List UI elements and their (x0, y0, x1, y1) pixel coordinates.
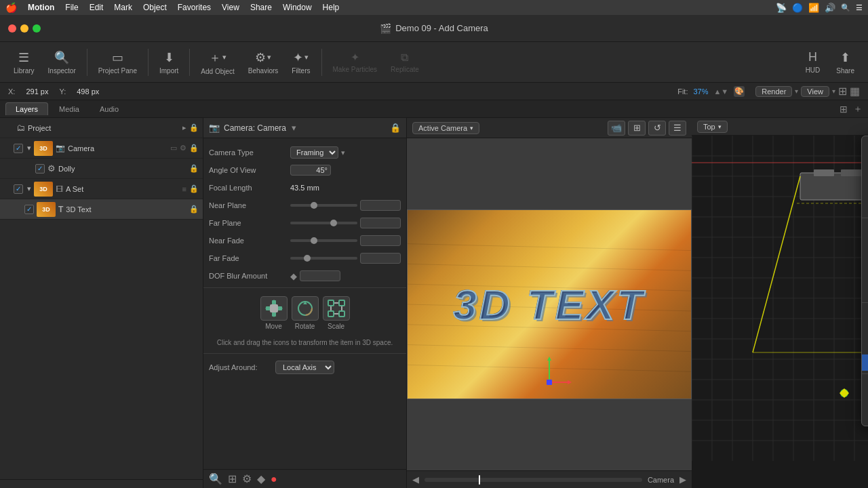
far-fade-slider[interactable] (290, 257, 357, 260)
dropdown-half[interactable]: Half (862, 182, 868, 199)
transform-rotate[interactable]: Rotate (292, 296, 319, 330)
toolbar-inspector[interactable]: 🔍 Inspector (43, 50, 81, 75)
dropdown-custom[interactable]: Custom... (862, 283, 868, 300)
inspector-lock-icon[interactable]: 🔒 (390, 123, 401, 133)
camera-type-select[interactable]: Framing (290, 146, 338, 159)
camera-settings-icon[interactable]: ▭ (170, 144, 177, 152)
top-view-btn[interactable]: Top ▾ (697, 121, 728, 133)
dof-input[interactable]: 10 (300, 270, 340, 281)
aset-filter-icon[interactable]: ≡ (182, 185, 186, 193)
tab-layers[interactable]: Layers (5, 102, 48, 115)
dropdown-field-rendering[interactable]: Field Rendering ⌥F (862, 393, 868, 409)
layer-project[interactable]: 🗂 Project ▸ 🔒 (0, 118, 203, 138)
menu-favorites[interactable]: Favorites (178, 3, 211, 12)
dropdown-motion-blur[interactable]: Motion Blur (862, 377, 868, 393)
dropdown-best[interactable]: Best (862, 267, 868, 283)
rotate-icon-box[interactable] (292, 296, 319, 321)
aset-lock-icon[interactable]: 🔒 (189, 184, 199, 193)
dolly-lock-icon[interactable]: 🔒 (189, 164, 199, 173)
toolbar-share[interactable]: ⬆ Share (831, 50, 860, 75)
3dtext-lock-icon[interactable]: 🔒 (189, 205, 199, 214)
adjust-select[interactable]: Local Axis World Axis (275, 361, 334, 374)
record-bottom-icon[interactable]: ● (271, 473, 277, 485)
far-plane-input[interactable]: 10000 (360, 218, 401, 228)
menu-file[interactable]: File (65, 3, 78, 12)
near-fade-input[interactable]: 10 (360, 235, 401, 246)
camera-collapse-icon[interactable]: ▾ (27, 144, 31, 152)
far-fade-input[interactable]: 100 (360, 253, 401, 264)
dropdown-dynamic[interactable]: ✓ Dynamic (862, 150, 868, 166)
menu-object[interactable]: Object (143, 3, 167, 12)
grid-view-btn[interactable]: ⊞ (628, 121, 646, 136)
menu-mark[interactable]: Mark (114, 3, 132, 12)
far-plane-slider[interactable] (290, 222, 357, 224)
maximize-button[interactable] (33, 24, 41, 33)
menu-motion[interactable]: Motion (28, 3, 54, 12)
dropdown-full[interactable]: Full ⇧Q (862, 166, 868, 182)
search-bottom-icon[interactable]: 🔍 (209, 472, 222, 485)
camera-checkbox[interactable]: ✓ (14, 144, 23, 153)
transform-scale[interactable]: Scale (323, 296, 350, 330)
aset-checkbox[interactable]: ✓ (14, 184, 23, 194)
tab-audio[interactable]: Audio (90, 103, 128, 115)
timeline-bar[interactable] (425, 478, 642, 482)
toolbar-project[interactable]: ▭ Project Pane (93, 50, 142, 75)
toolbar-add-object[interactable]: ＋ ▾ Add Object (195, 49, 239, 75)
camera-dropdown-btn[interactable]: Active Camera ▾ (412, 122, 479, 134)
camera-lock-icon[interactable]: 🔒 (189, 144, 199, 152)
far-fade-thumb[interactable] (304, 255, 311, 262)
toolbar-import[interactable]: ⬇ Import (154, 50, 184, 75)
dropdown-frame-blending[interactable]: ✓ Frame Blending ⌥⌘B (862, 409, 868, 426)
dropdown-draft[interactable]: Draft (862, 235, 868, 251)
snap-bottom-icon[interactable]: ◆ (257, 472, 265, 485)
color-swatch[interactable]: 🎨 (734, 86, 745, 97)
tab-media[interactable]: Media (50, 103, 89, 115)
near-fade-slider[interactable] (290, 239, 357, 242)
grid-icon[interactable]: ⊞ (838, 85, 847, 98)
view-button[interactable]: View (801, 86, 829, 97)
tab-add-icon[interactable]: ＋ (853, 103, 863, 115)
settings-view-btn[interactable]: ☰ (669, 121, 686, 136)
aset-collapse-icon[interactable]: ▾ (27, 184, 31, 193)
timeline-prev-icon[interactable]: ◀ (412, 474, 419, 485)
dropdown-lighting[interactable]: ✓ Lighting (862, 306, 868, 322)
move-icon-box[interactable] (260, 296, 288, 321)
dropdown-depth-of-field[interactable]: Depth of Field (862, 354, 868, 371)
dropdown-shadows[interactable]: ✓ Shadows (862, 322, 868, 338)
near-plane-thumb[interactable] (311, 202, 317, 209)
layout-icon[interactable]: ▦ (850, 85, 860, 98)
inspector-title-arrow[interactable]: ▾ (292, 123, 296, 133)
dropdown-normal[interactable]: ✓ Normal (862, 251, 868, 267)
near-fade-thumb[interactable] (311, 237, 317, 244)
menu-window[interactable]: Window (283, 3, 312, 12)
grid-bottom-icon[interactable]: ⊞ (228, 472, 237, 485)
layer-3dtext[interactable]: ✓ 3D T 3D Text 🔒 (0, 199, 203, 220)
far-plane-thumb[interactable] (330, 220, 337, 226)
toolbar-library[interactable]: ☰ Library (8, 50, 40, 75)
dropdown-reflections[interactable]: ✓ Reflections (862, 338, 868, 354)
toolbar-behaviors[interactable]: ⚙ ▾ Behaviors (243, 50, 283, 75)
toolbar-hud[interactable]: H HUD (800, 50, 826, 74)
minimize-button[interactable] (20, 24, 28, 33)
layer-camera[interactable]: ✓ ▾ 3D 📷 Camera ▭ ⚙ 🔒 (0, 138, 203, 159)
toolbar-filters[interactable]: ✦ ▾ Filters (286, 50, 315, 75)
menu-help[interactable]: Help (323, 3, 340, 12)
layer-aset[interactable]: ✓ ▾ 3D 🎞 A Set ≡ 🔒 (0, 179, 203, 199)
render-dropdown-menu[interactable]: Resolution ✓ Dynamic Full ⇧Q Half Quarte… (861, 136, 868, 426)
dolly-checkbox[interactable]: ✓ (35, 164, 45, 174)
angle-input[interactable]: 45° (290, 165, 331, 176)
render-button[interactable]: Render (755, 86, 792, 97)
menu-share[interactable]: Share (250, 3, 272, 12)
project-lock-icon[interactable]: 🔒 (189, 123, 199, 132)
transform-move[interactable]: Move (260, 296, 288, 330)
3dtext-checkbox[interactable]: ✓ (24, 205, 34, 214)
near-plane-slider[interactable] (290, 204, 357, 207)
gear-bottom-icon[interactable]: ⚙ (242, 472, 252, 485)
menu-edit[interactable]: Edit (90, 3, 104, 12)
apple-menu[interactable]: 🍎 (5, 2, 17, 13)
record-view-btn[interactable]: 📹 (608, 121, 625, 136)
layer-dolly[interactable]: ✓ ⚙ Dolly 🔒 (0, 159, 203, 179)
dropdown-quarter[interactable]: Quarter (862, 199, 868, 215)
near-plane-input[interactable]: 10 (360, 200, 401, 211)
camera-type-icon[interactable]: ⚙ (180, 144, 186, 152)
